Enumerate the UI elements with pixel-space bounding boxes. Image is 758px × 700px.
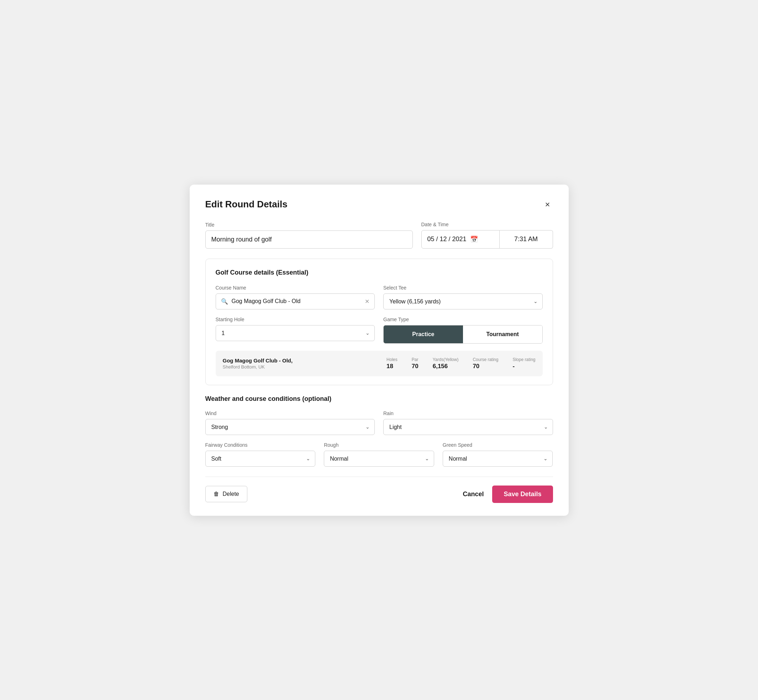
holes-value: 18 — [387, 363, 393, 370]
game-type-group: Game Type Practice Tournament — [383, 317, 543, 344]
wind-wrap: NoneLightModerateStrong ⌄ — [205, 419, 375, 435]
rough-label: Rough — [324, 442, 434, 448]
holes-label: Holes — [387, 357, 398, 362]
stat-slope-rating: Slope rating - — [512, 357, 535, 370]
par-value: 70 — [412, 363, 418, 370]
select-tee-dropdown[interactable]: Yellow (6,156 yards) White (6,500 yards)… — [383, 294, 543, 309]
date-field[interactable]: 05 / 12 / 2021 📅 — [421, 230, 500, 248]
clear-course-icon[interactable]: ✕ — [365, 298, 370, 305]
close-button[interactable]: × — [542, 199, 553, 210]
time-field[interactable]: 7:31 AM — [500, 230, 553, 248]
course-fields-row2: Starting Hole 1234 5678 910 ⌄ Game Type … — [216, 317, 543, 344]
footer-bar: 🗑 Delete Cancel Save Details — [205, 477, 553, 503]
course-info-bar: Gog Magog Golf Club - Old, Shelford Bott… — [216, 351, 543, 376]
rain-dropdown[interactable]: NoneLightModerateHeavy — [383, 419, 553, 435]
select-tee-group: Select Tee Yellow (6,156 yards) White (6… — [383, 285, 543, 309]
title-label: Title — [205, 222, 413, 228]
tournament-toggle-btn[interactable]: Tournament — [463, 325, 542, 343]
datetime-field-group: Date & Time 05 / 12 / 2021 📅 7:31 AM — [421, 222, 553, 248]
wind-label: Wind — [205, 411, 375, 416]
rain-group: Rain NoneLightModerateHeavy ⌄ — [383, 411, 553, 435]
search-icon: 🔍 — [221, 298, 228, 305]
course-stats: Holes 18 Par 70 Yards(Yellow) 6,156 Cour… — [387, 357, 535, 370]
course-name-display: Gog Magog Golf Club - Old, — [223, 358, 387, 364]
delete-button[interactable]: 🗑 Delete — [205, 486, 247, 502]
green-speed-label: Green Speed — [443, 442, 553, 448]
par-label: Par — [412, 357, 418, 362]
course-section: Golf Course details (Essential) Course N… — [205, 259, 553, 385]
time-value: 7:31 AM — [514, 236, 538, 243]
course-rating-label: Course rating — [473, 357, 498, 362]
game-type-toggle: Practice Tournament — [383, 325, 543, 344]
calendar-icon: 📅 — [470, 236, 478, 243]
modal-title: Edit Round Details — [205, 199, 288, 210]
modal-header: Edit Round Details × — [205, 199, 553, 210]
starting-hole-wrap: 1234 5678 910 ⌄ — [216, 325, 375, 341]
title-field-group: Title — [205, 222, 413, 248]
date-time-row: 05 / 12 / 2021 📅 7:31 AM — [421, 230, 553, 248]
wind-dropdown[interactable]: NoneLightModerateStrong — [205, 419, 375, 435]
slope-rating-label: Slope rating — [512, 357, 535, 362]
rough-dropdown[interactable]: ShortNormalLong — [324, 451, 434, 467]
weather-row-2: Fairway Conditions FirmNormalSoftWet ⌄ R… — [205, 442, 553, 467]
save-button[interactable]: Save Details — [492, 486, 553, 503]
game-type-label: Game Type — [383, 317, 543, 322]
course-info-name: Gog Magog Golf Club - Old, Shelford Bott… — [223, 358, 387, 370]
rain-wrap: NoneLightModerateHeavy ⌄ — [383, 419, 553, 435]
select-tee-wrap: Yellow (6,156 yards) White (6,500 yards)… — [383, 294, 543, 309]
weather-row-1: Wind NoneLightModerateStrong ⌄ Rain None… — [205, 411, 553, 435]
top-section: Title Date & Time 05 / 12 / 2021 📅 7:31 … — [205, 222, 553, 248]
course-name-input[interactable] — [232, 298, 362, 305]
weather-section-title: Weather and course conditions (optional) — [205, 395, 553, 403]
stat-yards: Yards(Yellow) 6,156 — [433, 357, 459, 370]
title-input[interactable] — [205, 230, 413, 248]
green-speed-wrap: SlowNormalFastVery Fast ⌄ — [443, 451, 553, 467]
fairway-label: Fairway Conditions — [205, 442, 316, 448]
rough-wrap: ShortNormalLong ⌄ — [324, 451, 434, 467]
trash-icon: 🗑 — [213, 491, 219, 497]
green-speed-dropdown[interactable]: SlowNormalFastVery Fast — [443, 451, 553, 467]
starting-hole-group: Starting Hole 1234 5678 910 ⌄ — [216, 317, 375, 344]
date-value: 05 / 12 / 2021 — [428, 236, 467, 243]
course-location-display: Shelford Bottom, UK — [223, 364, 387, 370]
fairway-wrap: FirmNormalSoftWet ⌄ — [205, 451, 316, 467]
datetime-label: Date & Time — [421, 222, 553, 227]
yards-label: Yards(Yellow) — [433, 357, 459, 362]
course-name-input-wrap: 🔍 ✕ — [216, 294, 375, 309]
stat-course-rating: Course rating 70 — [473, 357, 498, 370]
course-name-group: Course Name 🔍 ✕ — [216, 285, 375, 309]
practice-toggle-btn[interactable]: Practice — [384, 325, 463, 343]
slope-rating-value: - — [512, 363, 515, 370]
starting-hole-dropdown[interactable]: 1234 5678 910 — [216, 325, 375, 341]
wind-group: Wind NoneLightModerateStrong ⌄ — [205, 411, 375, 435]
green-speed-group: Green Speed SlowNormalFastVery Fast ⌄ — [443, 442, 553, 467]
stat-holes: Holes 18 — [387, 357, 398, 370]
starting-hole-label: Starting Hole — [216, 317, 375, 322]
delete-label: Delete — [223, 491, 239, 497]
weather-section: Weather and course conditions (optional)… — [205, 395, 553, 467]
rain-label: Rain — [383, 411, 553, 416]
fairway-group: Fairway Conditions FirmNormalSoftWet ⌄ — [205, 442, 316, 467]
course-section-title: Golf Course details (Essential) — [216, 269, 543, 277]
fairway-dropdown[interactable]: FirmNormalSoftWet — [205, 451, 316, 467]
select-tee-label: Select Tee — [383, 285, 543, 291]
course-fields-row1: Course Name 🔍 ✕ Select Tee Yellow (6,156… — [216, 285, 543, 309]
footer-right: Cancel Save Details — [463, 486, 553, 503]
yards-value: 6,156 — [433, 363, 448, 370]
stat-par: Par 70 — [412, 357, 418, 370]
cancel-button[interactable]: Cancel — [463, 491, 484, 498]
course-name-label: Course Name — [216, 285, 375, 291]
rough-group: Rough ShortNormalLong ⌄ — [324, 442, 434, 467]
course-rating-value: 70 — [473, 363, 479, 370]
edit-round-modal: Edit Round Details × Title Date & Time 0… — [190, 184, 568, 516]
